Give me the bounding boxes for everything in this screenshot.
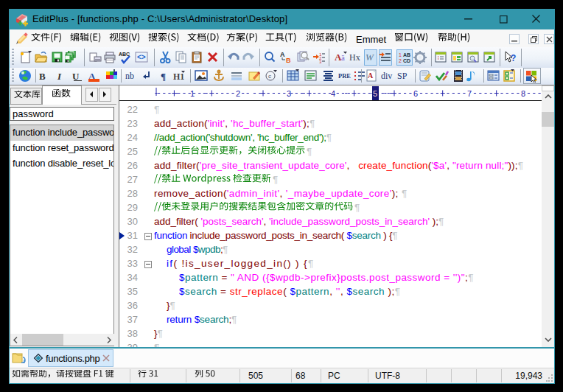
- svg-text:1: 1: [190, 89, 195, 98]
- svg-text:5: 5: [373, 89, 377, 98]
- svg-text:ã: ã: [341, 53, 345, 62]
- svg-text:3: 3: [319, 60, 322, 64]
- svg-text:Hx: Hx: [349, 52, 360, 63]
- svg-text:4: 4: [331, 89, 335, 98]
- svg-text:7: 7: [467, 89, 472, 98]
- svg-text:I: I: [57, 71, 62, 82]
- svg-text:B: B: [286, 57, 291, 64]
- svg-text:2: 2: [236, 89, 240, 98]
- svg-text:ABC: ABC: [119, 52, 130, 57]
- svg-text:W: W: [366, 52, 374, 63]
- svg-text:<>: <>: [137, 53, 146, 61]
- svg-text:6: 6: [413, 89, 418, 98]
- svg-text:A: A: [368, 71, 374, 80]
- svg-text:SP: SP: [397, 71, 408, 81]
- svg-text:nb: nb: [125, 71, 134, 81]
- svg-text:A: A: [280, 51, 285, 58]
- svg-text:H1: H1: [173, 71, 184, 82]
- svg-text:3: 3: [287, 89, 291, 98]
- svg-text:div: div: [381, 71, 392, 81]
- svg-text:AB: AB: [403, 52, 410, 57]
- svg-text:2: 2: [399, 58, 402, 63]
- svg-text:U: U: [72, 71, 80, 82]
- svg-text:B: B: [39, 71, 46, 82]
- svg-text:8: 8: [521, 89, 525, 98]
- svg-text:PRE: PRE: [338, 72, 351, 80]
- svg-text:c: c: [268, 73, 271, 80]
- svg-text:1: 1: [399, 52, 402, 57]
- svg-text:CD: CD: [403, 58, 410, 63]
- svg-text:¶: ¶: [161, 71, 166, 82]
- svg-text:?: ?: [511, 53, 516, 63]
